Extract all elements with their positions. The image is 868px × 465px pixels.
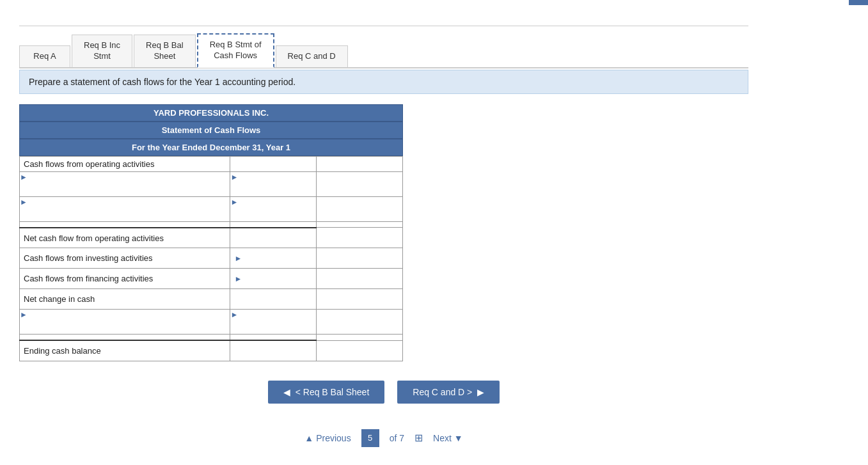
- pagination-row: ▲ Previous 5 of 7 ⊞ Next ▼: [19, 429, 748, 447]
- statement-period: For the Year Ended December 31, Year 1: [19, 139, 403, 156]
- arrow-icon-1: ►: [20, 173, 28, 182]
- input-operating-1-label[interactable]: [20, 182, 230, 196]
- table-row: Cash flows from operating activities: [20, 156, 403, 171]
- company-name: YARD PROFESSIONALS INC.: [19, 104, 403, 122]
- next-arrow-icon: ▶: [477, 387, 484, 397]
- prev-button[interactable]: ◀ < Req B Bal Sheet: [268, 381, 385, 404]
- prev-page-link[interactable]: ▲ Previous: [304, 433, 351, 443]
- operating-activities-label: Cash flows from operating activities: [20, 156, 230, 171]
- instruction-bar: Prepare a statement of cash flows for th…: [19, 70, 748, 94]
- table-row: Ending cash balance: [20, 340, 403, 361]
- divider-row-1: [20, 221, 403, 228]
- prev-page-label: Previous: [316, 433, 351, 443]
- tab-req-b-inc-stmt[interactable]: Req B Inc Stmt: [72, 35, 132, 67]
- arrow-icon-4: ►: [230, 198, 238, 207]
- cash-flow-table: Cash flows from operating activities ► ►: [19, 156, 403, 361]
- tab-req-b-stmt-of-cash-flows[interactable]: Req B Stmt of Cash Flows: [197, 33, 274, 68]
- table-row: Net cash flow from operating activities: [20, 228, 403, 248]
- input-operating-1-amount[interactable]: [230, 182, 316, 196]
- next-button-label: Req C and D >: [413, 387, 472, 397]
- input-operating-1-total[interactable]: [317, 177, 402, 191]
- arrow-icon-2: ►: [230, 173, 238, 182]
- tabs-container: Req A Req B Inc Stmt Req B Bal Sheet Req…: [19, 33, 748, 68]
- table-row: Net change in cash: [20, 289, 403, 310]
- page-of-text: of 7: [390, 433, 404, 443]
- bottom-nav: ◀ < Req B Bal Sheet Req C and D > ▶: [19, 381, 748, 404]
- input-beginning-amount[interactable]: [230, 319, 316, 334]
- grid-icon[interactable]: ⊞: [414, 432, 423, 444]
- table-row[interactable]: ► ►: [20, 196, 403, 221]
- investing-value[interactable]: [320, 251, 398, 265]
- net-operating-label: Net cash flow from operating activities: [20, 228, 230, 248]
- arrow-icon-6: ►: [234, 274, 242, 283]
- next-button[interactable]: Req C and D > ▶: [397, 381, 500, 404]
- table-row[interactable]: ► ►: [20, 171, 403, 196]
- financing-value[interactable]: [320, 271, 398, 286]
- input-operating-2-amount[interactable]: [230, 207, 316, 221]
- next-page-label: Next: [433, 433, 452, 443]
- prev-arrow-icon: ◀: [283, 387, 290, 397]
- arrow-icon-5: ►: [234, 254, 242, 263]
- tab-req-c-and-d[interactable]: Req C and D: [276, 45, 348, 67]
- table-row: Cash flows from investing activities ►: [20, 248, 403, 269]
- tab-req-a[interactable]: Req A: [19, 45, 70, 67]
- arrow-icon-7: ►: [20, 310, 28, 319]
- prev-page-arrow-icon: ▲: [304, 433, 313, 443]
- arrow-icon-3: ►: [20, 198, 28, 207]
- net-operating-value[interactable]: [320, 230, 398, 245]
- next-page-arrow-icon: ▼: [454, 433, 463, 443]
- top-corner-bar: [849, 0, 868, 5]
- net-change-value[interactable]: [320, 292, 398, 306]
- tab-req-b-bal-sheet[interactable]: Req B Bal Sheet: [134, 35, 196, 67]
- input-operating-2-total[interactable]: [317, 201, 402, 216]
- ending-cash-value[interactable]: [320, 343, 398, 358]
- table-row: Cash flows from financing activities ►: [20, 269, 403, 289]
- next-page-link[interactable]: Next ▼: [433, 433, 463, 443]
- current-page-number[interactable]: 5: [361, 429, 379, 447]
- investing-label: Cash flows from investing activities: [20, 248, 230, 269]
- prev-button-label: < Req B Bal Sheet: [296, 387, 370, 397]
- net-change-label: Net change in cash: [20, 289, 230, 310]
- arrow-icon-8: ►: [230, 310, 238, 319]
- financial-table-wrapper: YARD PROFESSIONALS INC. Statement of Cas…: [19, 104, 403, 361]
- instruction-text: Prepare a statement of cash flows for th…: [29, 77, 296, 87]
- input-beginning-label[interactable]: [20, 319, 230, 334]
- table-row[interactable]: ► ►: [20, 310, 403, 335]
- statement-title: Statement of Cash Flows: [19, 122, 403, 139]
- top-divider: [19, 26, 748, 26]
- input-operating-2-label[interactable]: [20, 207, 230, 221]
- financing-label: Cash flows from financing activities: [20, 269, 230, 289]
- ending-cash-label: Ending cash balance: [20, 340, 230, 361]
- divider-row-2: [20, 335, 403, 341]
- input-beginning-total[interactable]: [317, 315, 402, 329]
